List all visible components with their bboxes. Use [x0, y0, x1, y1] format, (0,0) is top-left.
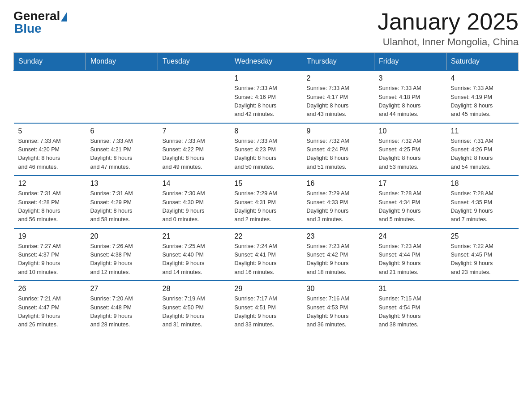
cell-w1-d7: 4Sunrise: 7:33 AM Sunset: 4:19 PM Daylig…: [446, 70, 519, 123]
cell-w5-d5: 30Sunrise: 7:16 AM Sunset: 4:53 PM Dayli…: [302, 281, 374, 333]
logo-blue-text: Blue: [14, 21, 42, 36]
day-number: 13: [90, 180, 154, 188]
header-row: SundayMondayTuesdayWednesdayThursdayFrid…: [14, 53, 519, 71]
cell-w3-d2: 13Sunrise: 7:31 AM Sunset: 4:29 PM Dayli…: [86, 176, 158, 228]
cell-w3-d5: 16Sunrise: 7:29 AM Sunset: 4:33 PM Dayli…: [302, 176, 374, 228]
calendar-body: 1Sunrise: 7:33 AM Sunset: 4:16 PM Daylig…: [14, 70, 519, 333]
day-number: 26: [18, 285, 82, 293]
day-info: Sunrise: 7:33 AM Sunset: 4:19 PM Dayligh…: [451, 84, 514, 119]
day-info: Sunrise: 7:22 AM Sunset: 4:45 PM Dayligh…: [451, 242, 514, 277]
day-info: Sunrise: 7:30 AM Sunset: 4:30 PM Dayligh…: [163, 189, 226, 224]
day-info: Sunrise: 7:15 AM Sunset: 4:54 PM Dayligh…: [379, 295, 442, 330]
cell-w4-d4: 22Sunrise: 7:24 AM Sunset: 4:41 PM Dayli…: [230, 228, 302, 281]
day-number: 18: [451, 180, 514, 188]
cell-w1-d3: [158, 70, 230, 123]
cell-w5-d2: 27Sunrise: 7:20 AM Sunset: 4:48 PM Dayli…: [86, 281, 158, 333]
week-row-5: 26Sunrise: 7:21 AM Sunset: 4:47 PM Dayli…: [14, 281, 519, 333]
cell-w5-d7: [446, 281, 519, 333]
cell-w5-d4: 29Sunrise: 7:17 AM Sunset: 4:51 PM Dayli…: [230, 281, 302, 333]
day-info: Sunrise: 7:33 AM Sunset: 4:23 PM Dayligh…: [235, 137, 298, 172]
day-info: Sunrise: 7:32 AM Sunset: 4:25 PM Dayligh…: [379, 137, 442, 172]
cell-w2-d1: 5Sunrise: 7:33 AM Sunset: 4:20 PM Daylig…: [14, 123, 86, 176]
cell-w1-d6: 3Sunrise: 7:33 AM Sunset: 4:18 PM Daylig…: [374, 70, 446, 123]
day-info: Sunrise: 7:33 AM Sunset: 4:16 PM Dayligh…: [235, 84, 298, 119]
day-number: 15: [235, 180, 298, 188]
day-number: 22: [235, 232, 298, 240]
header-wednesday: Wednesday: [230, 53, 302, 71]
day-info: Sunrise: 7:33 AM Sunset: 4:22 PM Dayligh…: [163, 137, 226, 172]
day-number: 12: [18, 180, 82, 188]
cell-w2-d2: 6Sunrise: 7:33 AM Sunset: 4:21 PM Daylig…: [86, 123, 158, 176]
header-thursday: Thursday: [302, 53, 374, 71]
location-text: Ulanhot, Inner Mongolia, China: [378, 36, 519, 48]
day-number: 28: [163, 285, 226, 293]
day-number: 29: [235, 285, 298, 293]
week-row-2: 5Sunrise: 7:33 AM Sunset: 4:20 PM Daylig…: [14, 123, 519, 176]
day-info: Sunrise: 7:23 AM Sunset: 4:44 PM Dayligh…: [379, 242, 442, 277]
cell-w1-d1: [14, 70, 86, 123]
page-header: General Blue January 2025 Ulanhot, Inner…: [13, 9, 519, 48]
header-saturday: Saturday: [446, 53, 519, 71]
day-info: Sunrise: 7:25 AM Sunset: 4:40 PM Dayligh…: [163, 242, 226, 277]
day-number: 24: [379, 232, 442, 240]
calendar-table: SundayMondayTuesdayWednesdayThursdayFrid…: [13, 52, 519, 333]
cell-w2-d5: 9Sunrise: 7:32 AM Sunset: 4:24 PM Daylig…: [302, 123, 374, 176]
day-info: Sunrise: 7:29 AM Sunset: 4:33 PM Dayligh…: [307, 189, 370, 224]
day-info: Sunrise: 7:33 AM Sunset: 4:20 PM Dayligh…: [18, 137, 82, 172]
day-number: 20: [90, 232, 154, 240]
day-info: Sunrise: 7:33 AM Sunset: 4:18 PM Dayligh…: [379, 84, 442, 119]
title-section: January 2025 Ulanhot, Inner Mongolia, Ch…: [378, 9, 519, 48]
cell-w4-d7: 25Sunrise: 7:22 AM Sunset: 4:45 PM Dayli…: [446, 228, 519, 281]
day-info: Sunrise: 7:20 AM Sunset: 4:48 PM Dayligh…: [90, 295, 154, 330]
day-number: 1: [235, 74, 298, 82]
cell-w4-d3: 21Sunrise: 7:25 AM Sunset: 4:40 PM Dayli…: [158, 228, 230, 281]
day-number: 9: [307, 127, 370, 135]
day-number: 3: [379, 74, 442, 82]
day-info: Sunrise: 7:33 AM Sunset: 4:17 PM Dayligh…: [307, 84, 370, 119]
header-monday: Monday: [86, 53, 158, 71]
cell-w3-d3: 14Sunrise: 7:30 AM Sunset: 4:30 PM Dayli…: [158, 176, 230, 228]
cell-w1-d5: 2Sunrise: 7:33 AM Sunset: 4:17 PM Daylig…: [302, 70, 374, 123]
header-tuesday: Tuesday: [158, 53, 230, 71]
cell-w5-d1: 26Sunrise: 7:21 AM Sunset: 4:47 PM Dayli…: [14, 281, 86, 333]
day-number: 16: [307, 180, 370, 188]
day-number: 8: [235, 127, 298, 135]
day-number: 5: [18, 127, 82, 135]
cell-w3-d6: 17Sunrise: 7:28 AM Sunset: 4:34 PM Dayli…: [374, 176, 446, 228]
day-number: 14: [163, 180, 226, 188]
month-title: January 2025: [378, 9, 519, 34]
cell-w2-d3: 7Sunrise: 7:33 AM Sunset: 4:22 PM Daylig…: [158, 123, 230, 176]
day-info: Sunrise: 7:23 AM Sunset: 4:42 PM Dayligh…: [307, 242, 370, 277]
day-number: 31: [379, 285, 442, 293]
day-info: Sunrise: 7:31 AM Sunset: 4:29 PM Dayligh…: [90, 189, 154, 224]
day-number: 10: [379, 127, 442, 135]
cell-w4-d1: 19Sunrise: 7:27 AM Sunset: 4:37 PM Dayli…: [14, 228, 86, 281]
day-info: Sunrise: 7:31 AM Sunset: 4:26 PM Dayligh…: [451, 137, 514, 172]
week-row-4: 19Sunrise: 7:27 AM Sunset: 4:37 PM Dayli…: [14, 228, 519, 281]
cell-w4-d2: 20Sunrise: 7:26 AM Sunset: 4:38 PM Dayli…: [86, 228, 158, 281]
day-number: 2: [307, 74, 370, 82]
cell-w5-d6: 31Sunrise: 7:15 AM Sunset: 4:54 PM Dayli…: [374, 281, 446, 333]
cell-w4-d5: 23Sunrise: 7:23 AM Sunset: 4:42 PM Dayli…: [302, 228, 374, 281]
day-number: 4: [451, 74, 514, 82]
day-info: Sunrise: 7:28 AM Sunset: 4:34 PM Dayligh…: [379, 189, 442, 224]
week-row-3: 12Sunrise: 7:31 AM Sunset: 4:28 PM Dayli…: [14, 176, 519, 228]
day-info: Sunrise: 7:24 AM Sunset: 4:41 PM Dayligh…: [235, 242, 298, 277]
day-info: Sunrise: 7:32 AM Sunset: 4:24 PM Dayligh…: [307, 137, 370, 172]
cell-w2-d6: 10Sunrise: 7:32 AM Sunset: 4:25 PM Dayli…: [374, 123, 446, 176]
day-info: Sunrise: 7:17 AM Sunset: 4:51 PM Dayligh…: [235, 295, 298, 330]
day-number: 21: [163, 232, 226, 240]
day-info: Sunrise: 7:33 AM Sunset: 4:21 PM Dayligh…: [90, 137, 154, 172]
day-number: 27: [90, 285, 154, 293]
header-friday: Friday: [374, 53, 446, 71]
logo: General Blue: [13, 9, 67, 36]
day-number: 6: [90, 127, 154, 135]
day-info: Sunrise: 7:21 AM Sunset: 4:47 PM Dayligh…: [18, 295, 82, 330]
calendar-header: SundayMondayTuesdayWednesdayThursdayFrid…: [14, 53, 519, 71]
day-number: 17: [379, 180, 442, 188]
cell-w1-d4: 1Sunrise: 7:33 AM Sunset: 4:16 PM Daylig…: [230, 70, 302, 123]
day-number: 25: [451, 232, 514, 240]
day-info: Sunrise: 7:27 AM Sunset: 4:37 PM Dayligh…: [18, 242, 82, 277]
cell-w5-d3: 28Sunrise: 7:19 AM Sunset: 4:50 PM Dayli…: [158, 281, 230, 333]
day-number: 7: [163, 127, 226, 135]
